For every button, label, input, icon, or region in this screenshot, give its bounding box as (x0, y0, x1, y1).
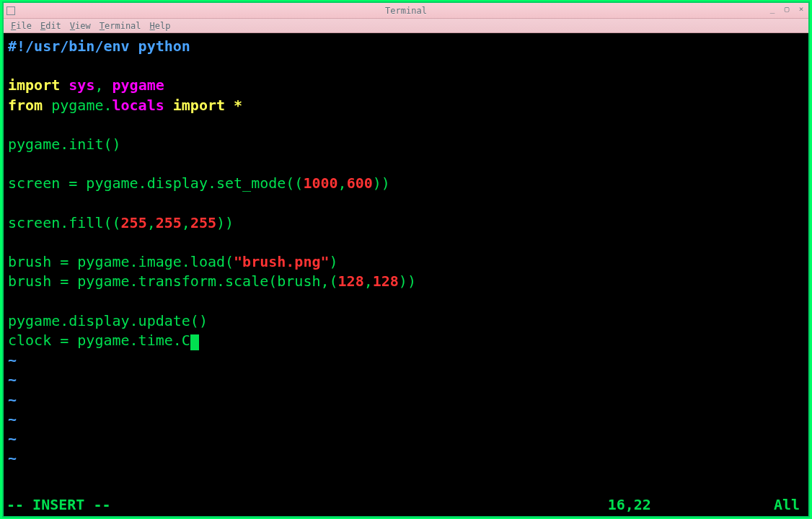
num-600: 600 (347, 174, 373, 192)
vim-tilde: ~ (8, 410, 17, 427)
cursor-position: 16,22 (608, 496, 651, 513)
ident-locals: locals (112, 97, 164, 114)
code-line-load: brush = pygame.image.load( (8, 253, 234, 270)
vim-tilde: ~ (8, 430, 17, 447)
c2: , (182, 214, 190, 231)
paren-close-2: )) (216, 214, 234, 231)
editor-area[interactable]: #!/usr/bin/env python import sys, pygame… (5, 34, 807, 515)
str-brush: "brush.png" (234, 253, 329, 270)
menu-edit[interactable]: Edit (40, 21, 61, 31)
pkg-pygame: pygame. (43, 97, 112, 114)
num-255a: 255 (121, 214, 147, 231)
comma: , (94, 76, 112, 94)
vim-status-line: -- INSERT -- 16,22 All (6, 496, 806, 513)
num-255c: 255 (190, 214, 216, 231)
text-cursor (190, 334, 199, 350)
window-titlebar[interactable]: Terminal _ ▢ × (4, 3, 808, 19)
code-line-scale: brush = pygame.transform.scale(brush,( (8, 272, 338, 290)
vim-tilde: ~ (8, 391, 17, 408)
c: , (147, 214, 156, 231)
close-button[interactable]: × (796, 4, 806, 14)
terminal-window: Terminal _ ▢ × File Edit View Terminal H… (2, 1, 810, 518)
num-1000: 1000 (303, 174, 337, 192)
menu-view[interactable]: View (70, 21, 91, 31)
vim-tilde: ~ (8, 449, 17, 466)
paren-close-3: ) (330, 253, 338, 270)
menu-file[interactable]: File (11, 21, 32, 31)
num-255b: 255 (156, 214, 182, 231)
code-line-screen: screen = pygame.display.set_mode(( (8, 174, 303, 192)
menu-bar: File Edit View Terminal Help (4, 19, 808, 33)
maximize-button[interactable]: ▢ (782, 4, 792, 14)
scroll-percent: All (774, 496, 800, 513)
code-line-update: pygame.display.update() (8, 312, 208, 329)
num-128b: 128 (373, 272, 399, 290)
code-line-init: pygame.init() (8, 136, 121, 153)
c3: , (364, 272, 373, 290)
comma-2: , (338, 174, 347, 192)
paren-close-1: )) (373, 174, 390, 192)
vim-tilde: ~ (8, 351, 17, 368)
code-shebang: #!/usr/bin/env python (8, 37, 190, 55)
mod-sys: sys (69, 76, 94, 94)
vim-mode: -- INSERT -- (6, 496, 111, 513)
menu-terminal[interactable]: Terminal (100, 21, 141, 31)
app-icon (6, 6, 15, 15)
kw-import: import (8, 76, 60, 94)
paren-close-4: )) (399, 272, 416, 290)
num-128a: 128 (338, 272, 364, 290)
code-line-fill: screen.fill(( (8, 214, 121, 231)
code-line-clock: clock = pygame.time.C (8, 332, 190, 349)
kw-import-2: import (164, 97, 225, 114)
minimize-button[interactable]: _ (767, 4, 777, 14)
star: * (225, 97, 242, 114)
vim-tilde: ~ (8, 371, 17, 388)
kw-from: from (8, 97, 43, 114)
window-title: Terminal (385, 6, 427, 16)
menu-help[interactable]: Help (150, 21, 171, 31)
mod-pygame: pygame (112, 76, 164, 94)
